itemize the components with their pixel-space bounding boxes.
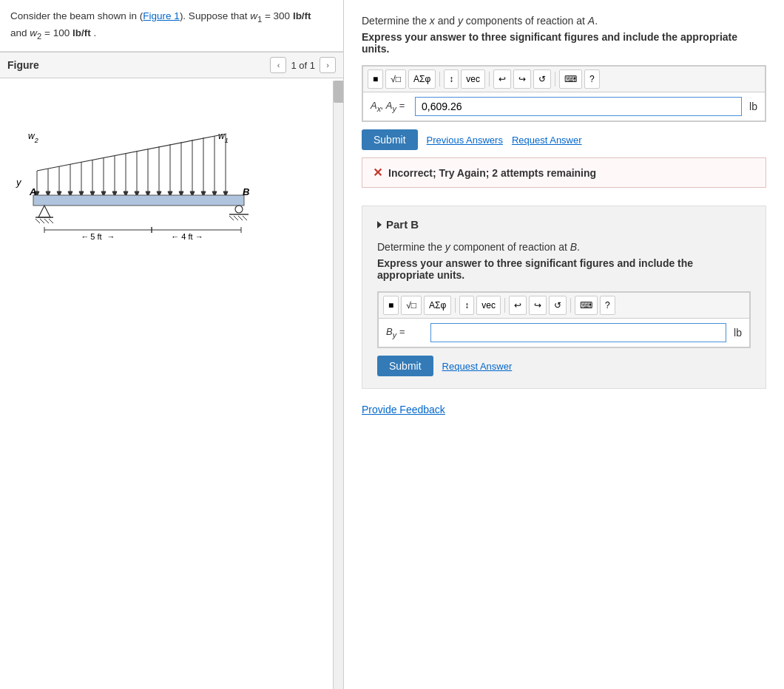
svg-text:y: y (16, 177, 22, 188)
toolbar-b-sqrt-btn[interactable]: √□ (401, 296, 422, 315)
toolbar-a-vec-btn[interactable]: vec (461, 69, 485, 89)
part-b-instructions: Express your answer to three significant… (377, 257, 751, 281)
svg-text:A: A (29, 186, 36, 197)
toolbar-b-arrows-btn[interactable]: ↕ (459, 296, 474, 315)
svg-text:w2: w2 (28, 131, 38, 144)
next-figure-btn[interactable]: › (320, 57, 336, 73)
left-panel: Consider the beam shown in (Figure 1). S… (0, 0, 344, 689)
svg-text:←: ← (81, 232, 89, 241)
help-icon-b: ? (605, 300, 610, 310)
figure-content: y w2 w1 (0, 78, 343, 687)
svg-line-49 (229, 216, 234, 220)
toolbar-b-keyboard-btn[interactable]: ⌨ (575, 296, 598, 315)
toolbar-b-divider3 (570, 298, 571, 313)
svg-text:B: B (243, 186, 249, 197)
part-b-question: Determine the y component of reaction at… (377, 241, 751, 253)
toolbar-b-help-btn[interactable]: ? (600, 296, 615, 315)
refresh-icon: ↺ (538, 74, 546, 84)
provide-feedback-link[interactable]: Provide Feedback (362, 404, 445, 415)
svg-line-43 (40, 219, 44, 223)
svg-text:→: → (107, 232, 115, 241)
part-b-input[interactable] (430, 323, 726, 342)
part-b-toolbar: ■ √□ ΑΣφ ↕ vec ↩ (378, 292, 750, 318)
keyboard-icon: ⌨ (564, 74, 577, 84)
help-icon: ? (589, 74, 595, 84)
part-b-unit: lb (734, 327, 742, 339)
part-a-error-box: ✕ Incorrect; Try Again; 2 attempts remai… (362, 157, 766, 188)
part-b-answer-row: By = lb (378, 318, 750, 347)
toolbar-a-arrows-btn[interactable]: ↕ (444, 69, 459, 89)
part-a-error-msg: Incorrect; Try Again; 2 attempts remaini… (388, 167, 596, 179)
toolbar-a-sigma-btn[interactable]: ΑΣφ (408, 69, 436, 89)
undo-icon: ↩ (499, 74, 506, 84)
svg-text:← 4 ft →: ← 4 ft → (171, 232, 203, 241)
redo-icon-b: ↪ (534, 300, 541, 310)
toolbar-a-keyboard-btn[interactable]: ⌨ (559, 69, 582, 89)
toolbar-a-help-btn[interactable]: ? (584, 69, 600, 89)
svg-point-47 (235, 206, 243, 213)
figure-page: 1 of 1 (291, 60, 315, 71)
part-a-unit: lb (749, 101, 757, 112)
toolbar-a-refresh-btn[interactable]: ↺ (533, 69, 551, 89)
part-a-prev-answers-btn[interactable]: Previous Answers (427, 135, 503, 146)
toolbar-b-sigma-btn[interactable]: ΑΣφ (424, 296, 451, 315)
right-panel: Determine the x and y components of reac… (344, 0, 784, 689)
part-a-request-answer-btn[interactable]: Request Answer (512, 135, 582, 146)
load-line (37, 134, 226, 171)
problem-text-main: Consider the beam shown in (Figure 1). S… (10, 10, 311, 38)
error-icon: ✕ (373, 166, 382, 180)
toolbar-b-vec-btn[interactable]: vec (476, 296, 501, 315)
provide-feedback-section: Provide Feedback (362, 404, 766, 415)
toolbar-a-sqrt-btn[interactable]: √□ (385, 69, 406, 89)
toolbar-divider1 (439, 72, 440, 86)
toolbar-b-divider2 (504, 298, 505, 313)
toolbar-b-icon1-btn[interactable]: ■ (383, 296, 399, 315)
svg-text:w1: w1 (218, 131, 229, 144)
toolbar-b-undo-btn[interactable]: ↩ (509, 296, 527, 315)
svg-line-50 (234, 216, 238, 220)
figure-area: Figure ‹ 1 of 1 › y w2 w1 (0, 52, 343, 689)
keyboard-icon-b: ⌨ (580, 300, 592, 310)
vec-icon-b: vec (481, 300, 496, 310)
part-a-instructions: Express your answer to three significant… (362, 31, 766, 55)
part-b-header: Part B (377, 218, 751, 231)
svg-line-51 (238, 216, 243, 220)
part-b-answer-label: By = (386, 326, 430, 339)
part-a-answer-row: Ax, Ay = lb (362, 92, 766, 121)
part-b-header-text: Part B (386, 218, 419, 231)
part-b-submit-btn[interactable]: Submit (377, 356, 433, 376)
figure-nav: ‹ 1 of 1 › (270, 57, 336, 73)
part-b-submit-row: Submit Request Answer (377, 356, 751, 376)
part-a-input[interactable] (415, 97, 742, 116)
prev-figure-btn[interactable]: ‹ (270, 57, 286, 73)
figure-link[interactable]: Figure 1 (143, 10, 180, 21)
refresh-icon-b: ↺ (554, 300, 561, 310)
part-b-triangle-icon (377, 221, 382, 228)
svg-line-42 (36, 219, 40, 223)
toolbar-a-undo-btn[interactable]: ↩ (493, 69, 511, 89)
problem-statement: Consider the beam shown in (Figure 1). S… (0, 0, 343, 52)
sqrt-icon: √□ (391, 74, 401, 84)
arrows-icon: ↕ (449, 74, 453, 84)
toolbar-a-icon1-btn[interactable]: ■ (368, 69, 383, 89)
figure-title: Figure (7, 59, 39, 71)
part-b-wrapper: Part B Determine the y component of reac… (362, 206, 766, 389)
beam (33, 195, 244, 206)
toolbar-b-divider1 (455, 298, 456, 313)
redo-icon: ↪ (518, 74, 526, 84)
sigma-icon-b: ΑΣφ (429, 300, 446, 310)
part-b-request-answer-btn[interactable]: Request Answer (442, 361, 513, 372)
toolbar-a-redo-btn[interactable]: ↪ (513, 69, 531, 89)
black-square-icon-b: ■ (388, 300, 393, 310)
sqrt-icon-b: √□ (406, 300, 416, 310)
part-a-question: Determine the x and y components of reac… (362, 15, 766, 27)
toolbar-divider2 (489, 72, 490, 86)
part-a-submit-row: Submit Previous Answers Request Answer (362, 129, 766, 150)
part-a-toolbar: ■ √□ ΑΣφ ↕ vec ↩ (362, 66, 766, 92)
black-square-icon: ■ (373, 74, 378, 84)
svg-marker-40 (38, 206, 50, 217)
part-a-section: Determine the x and y components of reac… (362, 15, 766, 188)
toolbar-b-refresh-btn[interactable]: ↺ (549, 296, 567, 315)
part-a-submit-btn[interactable]: Submit (362, 129, 418, 150)
toolbar-b-redo-btn[interactable]: ↪ (529, 296, 547, 315)
